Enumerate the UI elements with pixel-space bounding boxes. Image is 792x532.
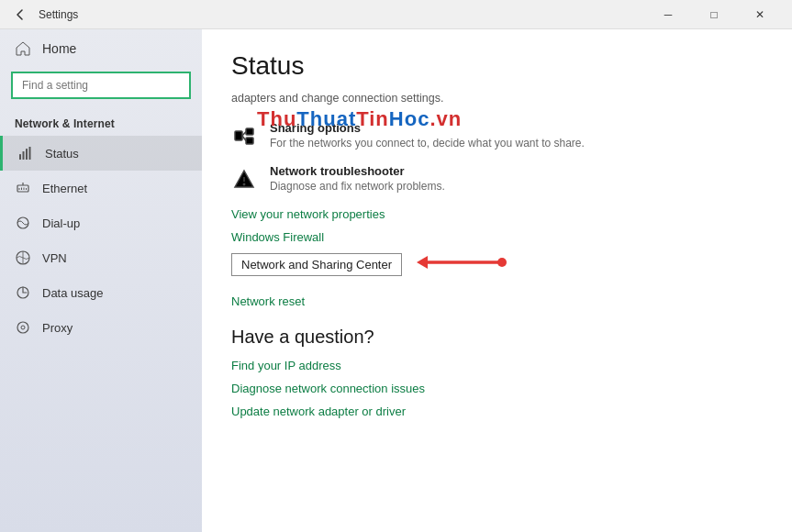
svg-marker-23 [417, 256, 428, 269]
window-title: Settings [39, 8, 647, 21]
proxy-icon [15, 319, 31, 336]
sidebar-item-proxy[interactable]: Proxy [0, 310, 202, 345]
restore-button[interactable]: □ [693, 0, 735, 29]
sidebar-item-datausage[interactable]: Data usage [0, 275, 202, 310]
dialup-icon [15, 215, 31, 231]
svg-point-13 [17, 322, 28, 333]
sidebar-item-label: Data usage [42, 286, 104, 300]
sidebar-item-vpn[interactable]: VPN [0, 240, 202, 275]
sidebar-item-ethernet[interactable]: Ethernet [0, 171, 202, 205]
troubleshooter-title: Network troubleshooter [270, 164, 445, 178]
sharing-options-title: Sharing options [270, 121, 585, 135]
svg-point-21 [243, 183, 244, 184]
network-reset-link[interactable]: Network reset [231, 294, 763, 308]
sharing-icon [231, 123, 257, 149]
title-bar: Settings ─ □ ✕ [0, 0, 792, 29]
home-icon [15, 40, 31, 57]
sidebar-section-title: Network & Internet [0, 110, 202, 136]
network-sharing-center-row: Network and Sharing Center [231, 253, 763, 285]
search-input[interactable] [11, 72, 191, 99]
svg-rect-0 [19, 154, 21, 160]
network-sharing-center-button[interactable]: Network and Sharing Center [231, 253, 402, 276]
troubleshooter-icon [231, 166, 257, 192]
windows-firewall-link[interactable]: Windows Firewall [231, 230, 763, 244]
sidebar-item-label: Proxy [42, 321, 73, 335]
svg-rect-3 [29, 147, 31, 160]
sidebar-item-dialup[interactable]: Dial-up [0, 205, 202, 240]
sidebar-item-label: VPN [42, 251, 67, 265]
svg-rect-2 [26, 149, 28, 160]
sidebar-item-home[interactable]: Home [0, 29, 202, 68]
vpn-icon [15, 249, 31, 266]
sidebar: Home Network & Internet Status Ethernet [0, 29, 202, 532]
svg-rect-15 [235, 131, 242, 140]
sidebar-item-label: Dial-up [42, 216, 80, 230]
sharing-options-text: Sharing options For the networks you con… [270, 121, 585, 150]
content-subtitle: adapters and change connection settings. [231, 92, 763, 105]
back-button[interactable] [11, 6, 29, 24]
find-ip-link[interactable]: Find your IP address [231, 359, 763, 372]
diagnose-link[interactable]: Diagnose network connection issues [231, 382, 763, 395]
sharing-options-desc: For the networks you connect to, decide … [270, 137, 585, 150]
sharing-options-row: Sharing options For the networks you con… [231, 121, 763, 150]
svg-rect-16 [246, 128, 253, 135]
update-adapter-link[interactable]: Update network adapter or driver [231, 405, 763, 418]
svg-rect-17 [246, 138, 253, 144]
svg-point-24 [497, 258, 507, 267]
ethernet-icon [15, 180, 31, 196]
view-network-properties-link[interactable]: View your network properties [231, 207, 763, 221]
svg-rect-1 [23, 151, 25, 160]
svg-point-14 [21, 326, 25, 329]
troubleshooter-desc: Diagnose and fix network problems. [270, 180, 445, 193]
sidebar-item-status[interactable]: Status [0, 136, 202, 171]
troubleshooter-text: Network troubleshooter Diagnose and fix … [270, 164, 445, 193]
datausage-icon [15, 284, 31, 301]
content-area: ThuThuatTinHoc.vn Status adapters and ch… [202, 29, 792, 532]
close-button[interactable]: ✕ [739, 0, 781, 29]
minimize-button[interactable]: ─ [647, 0, 689, 29]
status-icon [17, 145, 34, 161]
main-container: Home Network & Internet Status Ethernet [0, 29, 792, 532]
window-controls: ─ □ ✕ [647, 0, 781, 29]
troubleshooter-row: Network troubleshooter Diagnose and fix … [231, 164, 763, 193]
page-title: Status [231, 51, 763, 81]
sidebar-item-label: Status [45, 147, 79, 161]
sidebar-item-label: Ethernet [42, 182, 87, 195]
have-question-title: Have a question? [231, 327, 763, 348]
arrow-icon [415, 249, 507, 275]
home-label: Home [42, 41, 76, 56]
sidebar-search-container [11, 72, 191, 99]
